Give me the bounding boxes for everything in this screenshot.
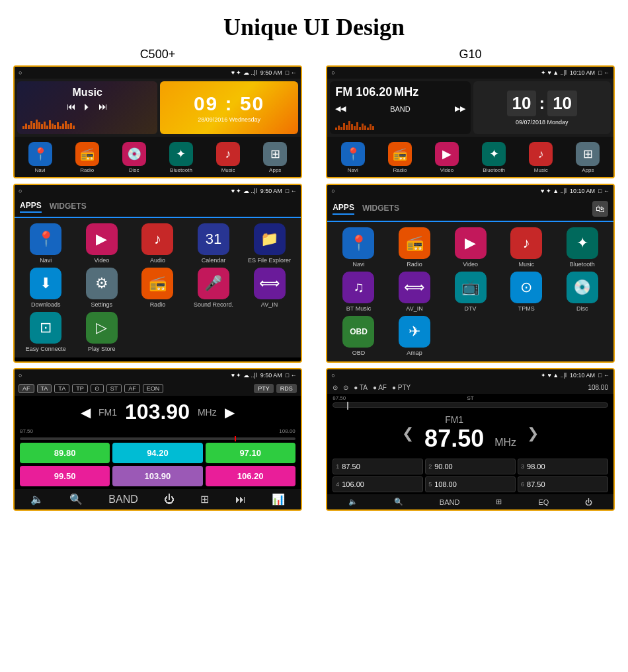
c500-presets: 89.80 94.20 97.10 99.50 103.90 106.20 xyxy=(15,440,301,489)
preset-4[interactable]: 99.50 xyxy=(20,466,110,486)
c500-navi-icon: 📍 xyxy=(30,223,61,255)
g10-search-icon[interactable]: 🔍 xyxy=(394,498,403,506)
c500-radio-prev[interactable]: ◀ xyxy=(81,404,91,420)
c500-tab-widgets[interactable]: WIDGETS xyxy=(50,202,87,212)
c500-app-calendar[interactable]: 31 Calendar xyxy=(188,223,240,264)
g10-preset-4[interactable]: 4 106.00 xyxy=(333,476,423,492)
home-app-navi[interactable]: 📍 Navi xyxy=(17,139,63,174)
g10-preset-2[interactable]: 2 90.00 xyxy=(425,459,516,474)
home-app-music[interactable]: ♪ Music xyxy=(206,139,251,174)
prev-arrow[interactable]: ◀◀ xyxy=(335,104,346,113)
g10-app-dtv[interactable]: 📺 DTV xyxy=(444,272,496,312)
g10-btmusic-app-label: BT Music xyxy=(346,305,371,312)
g10-app-avin[interactable]: ⟺ AV_IN xyxy=(389,272,441,312)
c500-app-avin[interactable]: ⟺ AV_IN xyxy=(243,268,295,308)
g10-tpms-app-icon: ⊙ xyxy=(510,272,542,303)
g10-app-btmusic[interactable]: ♫ BT Music xyxy=(333,272,385,312)
c500-app-radio[interactable]: 📻 Radio xyxy=(132,268,184,308)
home-app-radio[interactable]: 📻 Radio xyxy=(64,139,110,174)
c500-radio-main: ◀ FM1 103.90 MHz ▶ xyxy=(15,396,301,428)
power-icon[interactable]: ⏻ xyxy=(164,494,175,505)
p1-num: 1 xyxy=(336,463,339,470)
preset-5[interactable]: 103.90 xyxy=(112,466,202,486)
c500-app-navi[interactable]: 📍 Navi xyxy=(20,223,72,264)
g10-preset-6[interactable]: 6 87.50 xyxy=(518,476,608,492)
home-app-apps[interactable]: ⊞ Apps xyxy=(253,139,298,174)
next-arrow[interactable]: ▶▶ xyxy=(455,104,465,113)
p6-num: 6 xyxy=(521,481,524,488)
c500-app-recorder[interactable]: 🎤 Sound Record. xyxy=(188,268,240,308)
g10-tab-widgets[interactable]: WIDGETS xyxy=(362,204,399,214)
home-app-bt[interactable]: ✦ Bluetooth xyxy=(158,139,204,174)
scale-indicator xyxy=(235,436,236,441)
g10-home-navi[interactable]: 📍 Navi xyxy=(330,139,375,174)
g10-disc-app-icon: 💿 xyxy=(567,272,598,303)
g10-grid-icon[interactable]: ⊞ xyxy=(496,498,502,506)
fm-label: FM xyxy=(335,85,356,98)
search-icon[interactable]: 🔍 xyxy=(69,493,83,505)
p3-num: 3 xyxy=(521,463,524,470)
prev-icon[interactable]: ⏮ xyxy=(67,101,76,112)
tag-af[interactable]: AF xyxy=(19,384,34,393)
c500-app-easyconnect[interactable]: ⊡ Easy Connecte xyxy=(20,312,72,352)
g10-app-disc[interactable]: 💿 Disc xyxy=(556,272,608,312)
g10-preset-5[interactable]: 5 108.00 xyxy=(425,476,516,492)
g10-app-radio[interactable]: 📻 Radio xyxy=(389,227,441,268)
g10-app-video[interactable]: ▶ Video xyxy=(444,227,496,268)
g10-app-music[interactable]: ♪ Music xyxy=(500,227,553,268)
vol-icon[interactable]: 🔈 xyxy=(30,493,44,505)
g10-scale-min: 87.50 xyxy=(333,395,346,401)
play-icon[interactable]: ⏵ xyxy=(83,101,92,112)
grid-icon[interactable]: ⊞ xyxy=(200,493,209,505)
eq-icon[interactable]: 📊 xyxy=(272,493,285,505)
g10-app-obd[interactable]: OBD OBD xyxy=(333,316,385,356)
g10-app-navi[interactable]: 📍 Navi xyxy=(333,227,385,268)
g10-radio-next[interactable]: ❯ xyxy=(527,425,539,442)
pty-btn[interactable]: PTY xyxy=(254,384,274,393)
skip-icon[interactable]: ⏭ xyxy=(235,494,246,505)
preset-6[interactable]: 106.20 xyxy=(206,466,295,486)
home-app-disc[interactable]: 💿 Disc xyxy=(111,139,157,174)
rds-btn[interactable]: RDS xyxy=(276,384,297,393)
c500-radio-next[interactable]: ▶ xyxy=(225,404,235,420)
preset-2[interactable]: 94.20 xyxy=(112,443,202,463)
g10-radio-prev[interactable]: ❮ xyxy=(402,425,414,442)
c500-app-es[interactable]: 📁 ES File Explorer xyxy=(243,223,295,264)
g10-app-bt[interactable]: ✦ Bluetooth xyxy=(556,227,608,268)
c500-scale-bar xyxy=(20,437,295,440)
c500-tab-apps[interactable]: APPS xyxy=(20,201,42,213)
g10-store-btn[interactable]: 🛍 xyxy=(592,201,608,217)
c500-app-downloads[interactable]: ⬇ Downloads xyxy=(20,268,72,308)
g10-home-video[interactable]: ▶ Video xyxy=(424,139,469,174)
g10-tab-apps[interactable]: APPS xyxy=(333,203,354,215)
c500-app-playstore[interactable]: ▷ Play Store xyxy=(76,312,128,352)
bt-label: Bluetooth xyxy=(170,167,192,173)
g10-home-bt[interactable]: ✦ Bluetooth xyxy=(471,139,517,174)
g10-colon: : xyxy=(539,93,545,114)
g10-apps-status: ♥ ✦ ▲ ..|l 10:10 AM □ ← xyxy=(541,188,609,194)
g10-app-tpms[interactable]: ⊙ TPMS xyxy=(500,272,553,312)
g10-home-radio[interactable]: 📻 Radio xyxy=(377,139,422,174)
tag-ta[interactable]: TA xyxy=(37,384,52,393)
c500-ps-icon: ▷ xyxy=(86,312,118,344)
g10-hour: 10 xyxy=(507,91,537,116)
g10-preset-1[interactable]: 1 87.50 xyxy=(333,459,423,474)
g10-eq-btn[interactable]: EQ xyxy=(538,498,549,506)
store-bag-icon: 🛍 xyxy=(592,201,608,217)
c500-app-settings[interactable]: ⚙ Settings xyxy=(76,268,128,308)
c500-app-video[interactable]: ▶ Video xyxy=(76,223,128,264)
g10-power-icon[interactable]: ⏻ xyxy=(585,498,592,506)
band-btn[interactable]: BAND xyxy=(390,105,411,113)
g10-presets: 1 87.50 2 90.00 3 98.00 4 106.00 5 108.0… xyxy=(327,457,613,494)
preset-1[interactable]: 89.80 xyxy=(20,443,110,463)
g10-home-music[interactable]: ♪ Music xyxy=(518,139,564,174)
preset-3[interactable]: 97.10 xyxy=(206,443,295,463)
g10-preset-3[interactable]: 3 98.00 xyxy=(518,459,608,474)
g10-home-apps[interactable]: ⊞ Apps xyxy=(565,139,611,174)
g10-app-amap[interactable]: ✈ Amap xyxy=(389,316,441,356)
band-btn-bottom[interactable]: BAND xyxy=(108,494,137,505)
next-icon[interactable]: ⏭ xyxy=(98,101,108,112)
c500-app-audio[interactable]: ♪ Audio xyxy=(132,223,184,264)
g10-band-btn[interactable]: BAND xyxy=(440,498,460,506)
g10-vol-icon[interactable]: 🔈 xyxy=(348,498,358,506)
